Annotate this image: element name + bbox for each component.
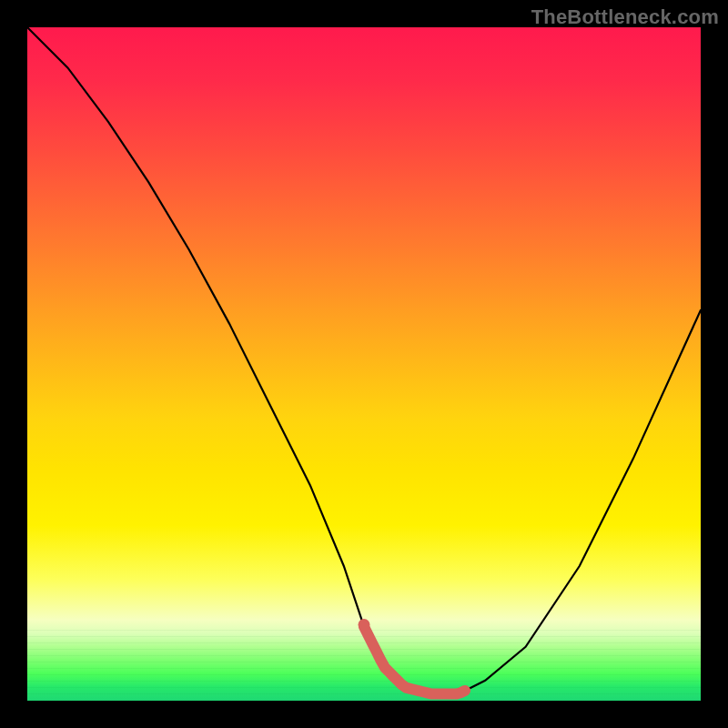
gradient-background bbox=[27, 27, 701, 701]
chart-frame: TheBottleneck.com bbox=[0, 0, 728, 728]
watermark-text: TheBottleneck.com bbox=[531, 5, 719, 29]
plot-area bbox=[27, 27, 701, 701]
